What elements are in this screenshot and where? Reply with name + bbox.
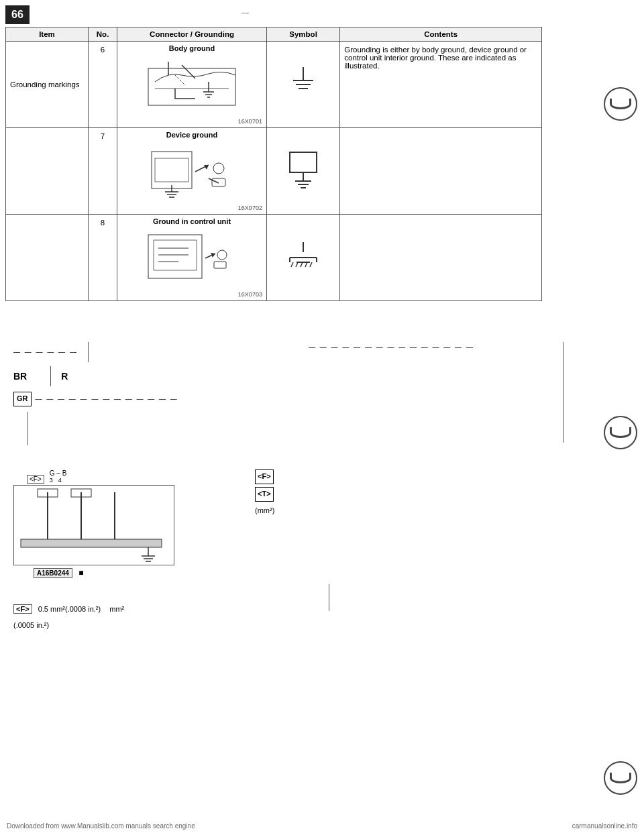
lower-left-section: — — — — — — BR R GR — — — — — — — — — — … xyxy=(13,342,295,451)
right-marker-1 xyxy=(604,87,637,121)
vert-line-lower xyxy=(27,412,28,445)
lower-right-section: — — — — — — — — — — — — — — — xyxy=(309,342,617,358)
dot-label: ■ xyxy=(78,568,83,577)
svg-rect-0 xyxy=(148,68,235,105)
right-annotations: <F> <T> (mm²) xyxy=(255,469,276,520)
mm2-text-2: (.0005 in.²) xyxy=(13,621,49,629)
bottom-text-1: <F> 0.5 mm²(.0008 in.²) mm² xyxy=(13,604,631,616)
control-ground-diagram xyxy=(142,228,242,288)
connector-label-1: Body ground xyxy=(121,44,262,52)
svg-rect-26 xyxy=(148,235,202,278)
page-number: 66 xyxy=(5,5,30,24)
svg-line-41 xyxy=(301,262,303,267)
footer-left: Downloaded from www.Manualslib.com manua… xyxy=(7,822,195,830)
bottom-vert-line xyxy=(329,584,329,611)
annotation-t-row: <T> xyxy=(255,487,276,502)
row-number-2: 7 xyxy=(89,128,117,215)
contents-empty-3 xyxy=(340,215,542,301)
row-number-3: 8 xyxy=(89,215,117,301)
device-ground-symbol xyxy=(283,149,323,192)
vert-sep-2 xyxy=(50,366,51,386)
contents-text: Grounding is either by body ground, devi… xyxy=(340,42,542,128)
wire-diagram-box xyxy=(13,485,174,565)
footer-right: carmanualsonline.info xyxy=(572,822,637,830)
top-center-label: — xyxy=(241,8,249,16)
vert-sep-right xyxy=(563,342,564,443)
mm2-text-1: 0.5 mm²(.0008 in.²) xyxy=(38,605,101,613)
vert-sep-1 xyxy=(88,342,89,362)
col-header-no: No. xyxy=(89,27,117,42)
svg-line-40 xyxy=(296,262,298,267)
symbol-2 xyxy=(266,128,339,215)
svg-rect-20 xyxy=(212,178,225,186)
symbol-3 xyxy=(266,215,339,301)
svg-point-32 xyxy=(217,250,227,260)
device-ground-diagram xyxy=(142,142,242,202)
annotation-f-row: <F> xyxy=(255,469,276,484)
body-ground-diagram xyxy=(142,55,242,115)
right-marker-3 xyxy=(604,761,637,795)
connector-labels-row: <F> G – B 3 4 xyxy=(27,469,215,484)
control-ground-symbol xyxy=(283,239,323,276)
table-row: 7 Device ground xyxy=(6,128,542,215)
gr-desc: — — — — — — — — — — — — — xyxy=(36,394,178,404)
body-ground-symbol xyxy=(286,64,320,104)
col-header-item: Item xyxy=(6,27,89,42)
r-label: R xyxy=(61,369,68,384)
symbol-1 xyxy=(266,42,339,128)
gr-row: GR — — — — — — — — — — — — — xyxy=(13,392,295,406)
wire-diagram-section: <F> G – B 3 4 A16B0244 xyxy=(13,469,215,578)
connector-diagram-1: Body ground 16X0701 xyxy=(117,42,267,128)
svg-line-3 xyxy=(175,75,185,85)
bottom-text-2: (.0005 in.²) xyxy=(13,620,631,632)
br-r-row: BR R xyxy=(13,366,295,386)
table-row: 8 Ground in control unit xyxy=(6,215,542,301)
dashed-line-row: — — — — — — xyxy=(13,342,295,362)
wire-diagram-svg xyxy=(14,486,175,566)
item-label: Grounding markings xyxy=(6,42,89,128)
col-header-contents: Contents xyxy=(340,27,542,42)
svg-line-39 xyxy=(291,262,293,267)
connector-label-3: Ground in control unit xyxy=(121,217,262,225)
gr-box-label: GR xyxy=(13,392,32,406)
connector-label-2: Device ground xyxy=(121,131,262,139)
svg-rect-21 xyxy=(290,152,317,172)
item-label-2 xyxy=(6,128,89,215)
col-header-symbol: Symbol xyxy=(266,27,339,42)
item-label-3 xyxy=(6,215,89,301)
img-code-1: 16X0701 xyxy=(121,118,262,125)
conn-numbers: 3 4 xyxy=(50,477,67,484)
row-number: 6 xyxy=(89,42,117,128)
grounding-table: Item No. Connector / Grounding Symbol Co… xyxy=(5,27,542,301)
formula-f-label: <F> xyxy=(13,604,32,614)
svg-line-43 xyxy=(310,262,312,267)
connector-diagram-3: Ground in control unit 16X0703 xyxy=(117,215,267,301)
right-dashes: — — — — — — — — — — — — — — — xyxy=(309,342,617,353)
contents-empty-2 xyxy=(340,128,542,215)
br-label: BR xyxy=(13,369,27,384)
connector-label-gb: G – B 3 4 xyxy=(50,469,67,484)
left-dashes: — — — — — — xyxy=(13,347,78,357)
img-code-3: 16X0703 xyxy=(121,291,262,298)
bottom-text-section: <F> 0.5 mm²(.0008 in.²) mm² (.0005 in.²) xyxy=(13,604,631,631)
svg-rect-33 xyxy=(214,262,226,268)
svg-line-42 xyxy=(305,262,307,267)
a-code-label: A16B0244 ■ xyxy=(34,568,215,578)
svg-rect-12 xyxy=(152,152,192,188)
connector-diagram-2: Device ground 16X0702 xyxy=(117,128,267,215)
annotation-t-label: <T> xyxy=(255,487,274,502)
col-header-connector: Connector / Grounding xyxy=(117,27,267,42)
mm2-label: (mm²) xyxy=(255,506,274,514)
svg-rect-13 xyxy=(155,158,189,182)
svg-point-19 xyxy=(213,163,224,174)
table-row: Grounding markings 6 Body ground xyxy=(6,42,542,128)
mm2-label-row: (mm²) xyxy=(255,504,276,518)
mm2-right-text: mm² xyxy=(109,605,124,613)
img-code-2: 16X0702 xyxy=(121,205,262,211)
annotation-f-label: <F> xyxy=(255,469,274,484)
right-marker-2 xyxy=(604,416,637,449)
connector-label-f: <F> xyxy=(27,475,44,484)
svg-rect-44 xyxy=(21,539,162,547)
